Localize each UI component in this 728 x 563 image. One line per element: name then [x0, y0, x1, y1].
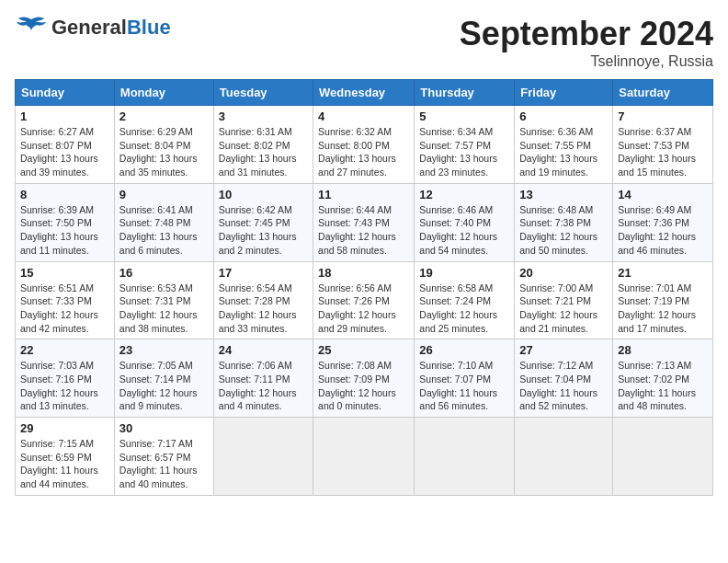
day-info: Sunrise: 6:46 AMSunset: 7:40 PMDaylight:…: [419, 203, 509, 258]
calendar-week-row: 22Sunrise: 7:03 AMSunset: 7:16 PMDayligh…: [16, 339, 713, 418]
calendar-cell: 19Sunrise: 6:58 AMSunset: 7:24 PMDayligh…: [415, 261, 515, 339]
day-number: 18: [318, 266, 409, 280]
day-number: 8: [20, 188, 109, 201]
day-number: 15: [20, 266, 109, 280]
day-number: 3: [219, 109, 308, 123]
day-info: Sunrise: 6:29 AMSunset: 8:04 PMDaylight:…: [119, 125, 209, 179]
calendar-table: SundayMondayTuesdayWednesdayThursdayFrid…: [15, 79, 713, 496]
column-header-wednesday: Wednesday: [313, 80, 415, 106]
calendar-cell: 29Sunrise: 7:15 AMSunset: 6:59 PMDayligh…: [16, 418, 115, 496]
day-info: Sunrise: 7:10 AMSunset: 7:07 PMDaylight:…: [419, 359, 509, 413]
day-number: 13: [519, 188, 608, 201]
calendar-week-row: 1Sunrise: 6:27 AMSunset: 8:07 PMDaylight…: [16, 106, 713, 184]
calendar-cell: [613, 418, 713, 496]
calendar-cell: 9Sunrise: 6:41 AMSunset: 7:48 PMDaylight…: [114, 183, 213, 261]
day-number: 2: [119, 109, 209, 123]
calendar-cell: 14Sunrise: 6:49 AMSunset: 7:36 PMDayligh…: [613, 183, 713, 261]
calendar-cell: 5Sunrise: 6:34 AMSunset: 7:57 PMDaylight…: [415, 106, 515, 184]
column-header-tuesday: Tuesday: [213, 80, 313, 106]
column-header-thursday: Thursday: [415, 80, 515, 106]
calendar-cell: 2Sunrise: 6:29 AMSunset: 8:04 PMDaylight…: [114, 106, 213, 184]
day-number: 1: [20, 109, 109, 123]
calendar-cell: 28Sunrise: 7:13 AMSunset: 7:02 PMDayligh…: [613, 339, 713, 418]
day-number: 12: [419, 188, 509, 201]
calendar-week-row: 8Sunrise: 6:39 AMSunset: 7:50 PMDaylight…: [16, 183, 713, 261]
day-number: 27: [519, 343, 608, 357]
calendar-cell: [313, 418, 415, 496]
calendar-cell: [415, 418, 515, 496]
calendar-cell: 24Sunrise: 7:06 AMSunset: 7:11 PMDayligh…: [213, 339, 313, 418]
day-info: Sunrise: 6:58 AMSunset: 7:24 PMDaylight:…: [419, 282, 509, 336]
day-info: Sunrise: 6:39 AMSunset: 7:50 PMDaylight:…: [20, 203, 109, 258]
day-info: Sunrise: 6:27 AMSunset: 8:07 PMDaylight:…: [20, 125, 109, 179]
day-info: Sunrise: 7:15 AMSunset: 6:59 PMDaylight:…: [20, 437, 109, 491]
calendar-cell: 7Sunrise: 6:37 AMSunset: 7:53 PMDaylight…: [613, 106, 713, 184]
day-info: Sunrise: 7:08 AMSunset: 7:09 PMDaylight:…: [318, 359, 409, 413]
logo-text: GeneralBlue: [51, 16, 171, 40]
calendar-cell: 6Sunrise: 6:36 AMSunset: 7:55 PMDaylight…: [515, 106, 613, 184]
column-header-saturday: Saturday: [613, 80, 713, 106]
logo: GeneralBlue: [15, 15, 171, 40]
calendar-cell: 22Sunrise: 7:03 AMSunset: 7:16 PMDayligh…: [16, 339, 115, 418]
calendar-cell: 12Sunrise: 6:46 AMSunset: 7:40 PMDayligh…: [415, 183, 515, 261]
day-info: Sunrise: 6:37 AMSunset: 7:53 PMDaylight:…: [618, 125, 708, 179]
calendar-cell: 10Sunrise: 6:42 AMSunset: 7:45 PMDayligh…: [213, 183, 313, 261]
day-info: Sunrise: 7:06 AMSunset: 7:11 PMDaylight:…: [219, 359, 308, 413]
day-number: 5: [419, 109, 509, 123]
calendar-cell: [213, 418, 313, 496]
calendar-cell: 17Sunrise: 6:54 AMSunset: 7:28 PMDayligh…: [213, 261, 313, 339]
calendar-cell: 1Sunrise: 6:27 AMSunset: 8:07 PMDaylight…: [16, 106, 115, 184]
calendar-cell: 30Sunrise: 7:17 AMSunset: 6:57 PMDayligh…: [114, 418, 213, 496]
calendar-cell: 27Sunrise: 7:12 AMSunset: 7:04 PMDayligh…: [515, 339, 613, 418]
day-number: 14: [618, 188, 708, 201]
day-number: 16: [119, 266, 209, 280]
day-number: 6: [519, 109, 608, 123]
column-header-friday: Friday: [515, 80, 613, 106]
day-info: Sunrise: 6:49 AMSunset: 7:36 PMDaylight:…: [618, 203, 708, 258]
day-number: 7: [618, 109, 708, 123]
day-info: Sunrise: 6:31 AMSunset: 8:02 PMDaylight:…: [219, 125, 308, 179]
day-info: Sunrise: 6:41 AMSunset: 7:48 PMDaylight:…: [119, 203, 209, 258]
column-header-sunday: Sunday: [16, 80, 115, 106]
calendar-cell: 26Sunrise: 7:10 AMSunset: 7:07 PMDayligh…: [415, 339, 515, 418]
day-number: 20: [519, 266, 608, 280]
day-info: Sunrise: 7:13 AMSunset: 7:02 PMDaylight:…: [618, 359, 708, 413]
day-info: Sunrise: 7:03 AMSunset: 7:16 PMDaylight:…: [20, 359, 109, 413]
calendar-cell: 8Sunrise: 6:39 AMSunset: 7:50 PMDaylight…: [16, 183, 115, 261]
calendar-cell: 15Sunrise: 6:51 AMSunset: 7:33 PMDayligh…: [16, 261, 115, 339]
day-info: Sunrise: 7:05 AMSunset: 7:14 PMDaylight:…: [119, 359, 209, 413]
day-number: 21: [618, 266, 708, 280]
title-block: September 2024 Tselinnoye, Russia: [460, 15, 713, 70]
day-number: 25: [318, 343, 409, 357]
day-number: 9: [119, 188, 209, 201]
logo-icon: [15, 15, 48, 40]
day-info: Sunrise: 6:53 AMSunset: 7:31 PMDaylight:…: [119, 282, 209, 336]
day-number: 4: [318, 109, 409, 123]
day-number: 28: [618, 343, 708, 357]
day-info: Sunrise: 6:44 AMSunset: 7:43 PMDaylight:…: [318, 203, 409, 258]
day-info: Sunrise: 6:32 AMSunset: 8:00 PMDaylight:…: [318, 125, 409, 179]
calendar-cell: 21Sunrise: 7:01 AMSunset: 7:19 PMDayligh…: [613, 261, 713, 339]
calendar-cell: 3Sunrise: 6:31 AMSunset: 8:02 PMDaylight…: [213, 106, 313, 184]
calendar-cell: 4Sunrise: 6:32 AMSunset: 8:00 PMDaylight…: [313, 106, 415, 184]
calendar-cell: [515, 418, 613, 496]
day-info: Sunrise: 6:54 AMSunset: 7:28 PMDaylight:…: [219, 282, 308, 336]
day-info: Sunrise: 7:00 AMSunset: 7:21 PMDaylight:…: [519, 282, 608, 336]
calendar-cell: 16Sunrise: 6:53 AMSunset: 7:31 PMDayligh…: [114, 261, 213, 339]
day-info: Sunrise: 6:42 AMSunset: 7:45 PMDaylight:…: [219, 203, 308, 258]
day-info: Sunrise: 6:51 AMSunset: 7:33 PMDaylight:…: [20, 282, 109, 336]
calendar-cell: 13Sunrise: 6:48 AMSunset: 7:38 PMDayligh…: [515, 183, 613, 261]
day-number: 24: [219, 343, 308, 357]
day-info: Sunrise: 7:17 AMSunset: 6:57 PMDaylight:…: [119, 437, 209, 491]
calendar-cell: 20Sunrise: 7:00 AMSunset: 7:21 PMDayligh…: [515, 261, 613, 339]
day-number: 19: [419, 266, 509, 280]
day-number: 26: [419, 343, 509, 357]
calendar-cell: 11Sunrise: 6:44 AMSunset: 7:43 PMDayligh…: [313, 183, 415, 261]
day-info: Sunrise: 7:01 AMSunset: 7:19 PMDaylight:…: [618, 282, 708, 336]
calendar-cell: 25Sunrise: 7:08 AMSunset: 7:09 PMDayligh…: [313, 339, 415, 418]
day-info: Sunrise: 6:34 AMSunset: 7:57 PMDaylight:…: [419, 125, 509, 179]
day-number: 23: [119, 343, 209, 357]
day-number: 17: [219, 266, 308, 280]
day-info: Sunrise: 6:36 AMSunset: 7:55 PMDaylight:…: [519, 125, 608, 179]
calendar-week-row: 15Sunrise: 6:51 AMSunset: 7:33 PMDayligh…: [16, 261, 713, 339]
